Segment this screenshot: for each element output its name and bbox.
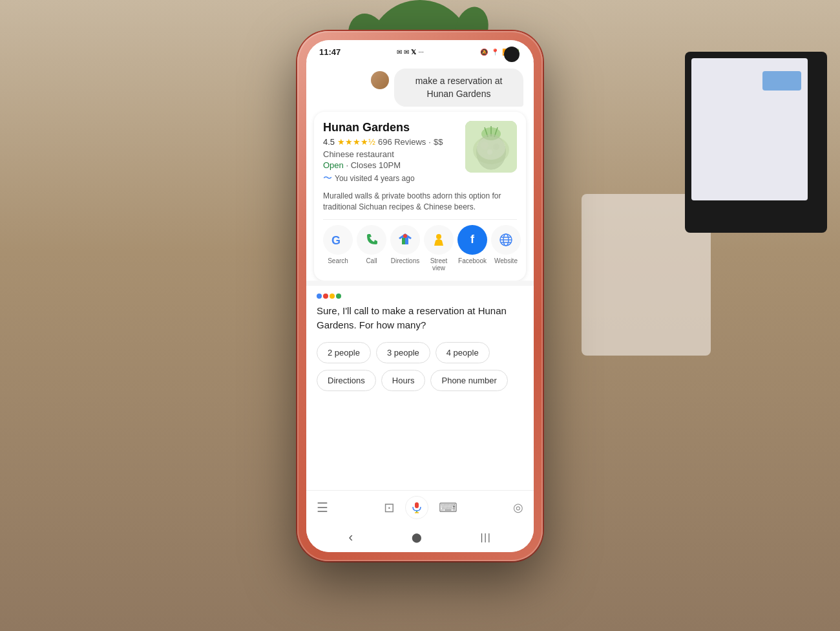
chip-phone-number[interactable]: Phone number	[430, 370, 507, 391]
rating-number: 4.5	[323, 137, 335, 147]
star-rating: ★★★★½	[337, 137, 375, 147]
maps-icon	[397, 231, 414, 248]
search-action[interactable]: G Search	[323, 225, 353, 272]
street-view-label: Street view	[424, 257, 454, 272]
media-icon[interactable]: ☰	[317, 500, 328, 515]
street-view-icon	[430, 231, 447, 248]
svg-text:G: G	[331, 234, 341, 247]
dot-green	[336, 294, 341, 299]
user-avatar	[371, 71, 389, 89]
visit-history: 〜 You visited 4 years ago	[323, 173, 459, 184]
price-range: $$	[434, 137, 443, 147]
chip-2-people[interactable]: 2 people	[317, 342, 371, 363]
place-name: Hunan Gardens	[323, 121, 459, 134]
chip-directions[interactable]: Directions	[317, 370, 376, 391]
status-time: 11:47	[319, 47, 341, 57]
assistant-logo	[317, 294, 341, 299]
facebook-action[interactable]: f Facebook	[457, 225, 487, 272]
twitter-icon: 𝕏	[411, 48, 416, 56]
website-icon-circle	[491, 225, 521, 255]
rating-row: 4.5 ★★★★½ 696 Reviews · $$	[323, 137, 459, 147]
dot-blue	[317, 294, 322, 299]
chip-3-people[interactable]: 3 people	[376, 342, 430, 363]
closing-time: Closes 10PM	[351, 160, 401, 170]
visit-chart-icon: 〜	[323, 173, 332, 184]
place-hours: Open · Closes 10PM	[323, 160, 459, 170]
place-description: Muralled walls & private booths adorn th…	[323, 191, 517, 213]
directions-label: Directions	[391, 257, 419, 264]
svg-point-5	[487, 149, 492, 155]
svg-point-6	[481, 127, 501, 140]
svg-rect-18	[415, 502, 419, 508]
google-search-icon: G	[330, 231, 346, 248]
assistant-response-area: Sure, I'll call to make a reservation at…	[306, 286, 534, 490]
email-icon-2: ✉	[404, 48, 409, 56]
separator-2: ·	[346, 160, 350, 170]
compass-icon[interactable]: ◎	[513, 500, 523, 515]
chip-2-people-label: 2 people	[328, 348, 360, 358]
svg-point-4	[493, 144, 499, 150]
visit-text: You visited 4 years ago	[335, 174, 415, 183]
directions-icon-circle	[390, 225, 420, 255]
website-action[interactable]: Website	[491, 225, 521, 272]
facebook-f-letter: f	[470, 233, 474, 246]
food-image-svg	[465, 121, 517, 173]
separator-1: ·	[428, 137, 431, 147]
call-action[interactable]: Call	[357, 225, 386, 272]
keyboard-icon[interactable]: ⌨	[439, 500, 457, 515]
assistant-header	[317, 294, 523, 299]
globe-icon	[499, 233, 513, 247]
home-button[interactable]: ⬤	[412, 532, 422, 542]
chip-4-people[interactable]: 4 people	[436, 342, 490, 363]
input-bottom-bar: ☰ ⊡ ⌨ ◎	[306, 490, 534, 524]
assistant-response-text: Sure, I'll call to make a reservation at…	[317, 304, 523, 333]
user-query-area: make a reservation at Hunan Gardens	[306, 61, 534, 112]
facebook-icon-circle: f	[457, 225, 487, 255]
search-icon-circle: G	[323, 225, 353, 255]
svg-point-11	[403, 234, 407, 238]
open-status: Open	[323, 160, 344, 170]
phone-icon	[364, 233, 379, 247]
street-view-icon-circle	[424, 225, 454, 255]
svg-point-1	[473, 136, 509, 164]
more-notifications: ···	[418, 48, 423, 56]
card-info-section: Hunan Gardens 4.5 ★★★★½ 696 Reviews · $$…	[323, 121, 459, 184]
call-icon-circle	[357, 225, 386, 255]
review-count: 696 Reviews	[378, 137, 426, 147]
place-type: Chinese restaurant	[323, 149, 459, 159]
place-info-card: Hunan Gardens 4.5 ★★★★½ 696 Reviews · $$…	[314, 112, 526, 281]
svg-rect-0	[465, 121, 517, 173]
chip-4-people-label: 4 people	[446, 348, 479, 358]
phone-device: 11:47 ✉ ✉ 𝕏 ··· 🔕 📍 📶 🔋	[297, 31, 543, 561]
microphone-button[interactable]	[405, 496, 428, 519]
directions-action[interactable]: Directions	[390, 225, 420, 272]
dot-yellow	[330, 294, 335, 299]
chip-3-people-label: 3 people	[387, 348, 419, 358]
section-divider	[306, 281, 534, 286]
svg-line-7	[485, 127, 488, 137]
chip-directions-label: Directions	[328, 376, 365, 385]
card-header: Hunan Gardens 4.5 ★★★★½ 696 Reviews · $$…	[323, 121, 517, 184]
front-camera	[504, 47, 520, 62]
screen-icon[interactable]: ⊡	[384, 500, 395, 515]
notification-icons: ✉ ✉ 𝕏 ···	[397, 48, 423, 56]
place-image	[465, 121, 517, 173]
user-query-text: make a reservation at Hunan Gardens	[415, 76, 503, 99]
back-button[interactable]: ‹	[348, 529, 353, 544]
chip-phone-number-label: Phone number	[441, 376, 496, 385]
phone-screen: 11:47 ✉ ✉ 𝕏 ··· 🔕 📍 📶 🔋	[306, 40, 534, 552]
dot-red	[323, 294, 328, 299]
chip-hours[interactable]: Hours	[381, 370, 426, 391]
recents-button[interactable]: |||	[481, 532, 492, 542]
screen-content: make a reservation at Hunan Gardens Huna…	[306, 61, 534, 552]
search-label: Search	[328, 257, 348, 264]
call-label: Call	[366, 257, 377, 264]
background-monitor	[685, 52, 827, 233]
street-view-action[interactable]: Street view	[424, 225, 454, 272]
svg-point-3	[481, 142, 488, 149]
location-icon: 📍	[491, 48, 499, 56]
chip-hours-label: Hours	[392, 376, 415, 385]
microphone-icon	[411, 502, 423, 513]
facebook-label: Facebook	[458, 257, 487, 264]
center-icons: ⊡ ⌨	[384, 496, 457, 519]
